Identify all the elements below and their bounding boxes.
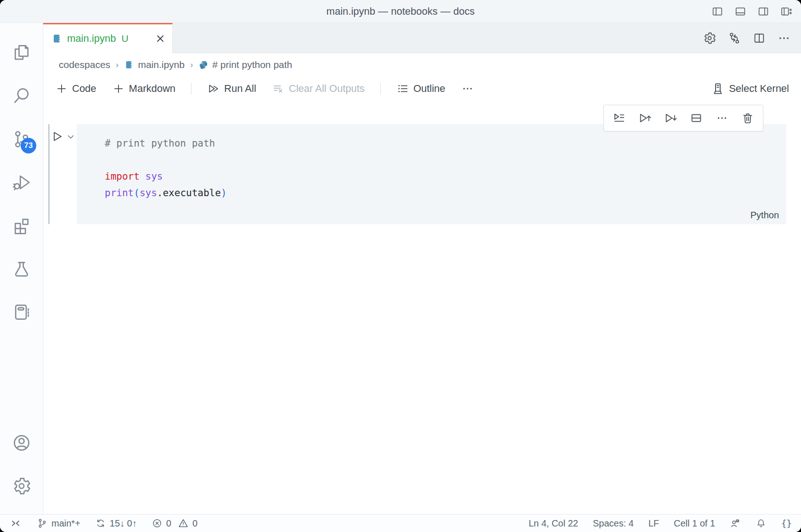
notifications-status[interactable]: [756, 518, 767, 529]
indentation-setting[interactable]: Spaces: 4: [593, 518, 634, 529]
code-token: .executable: [157, 187, 221, 198]
code-token: sys: [140, 187, 157, 198]
ellipsis-icon: [461, 82, 474, 95]
execute-above-icon[interactable]: [638, 111, 652, 125]
run-debug-icon: [11, 172, 32, 192]
code-token: print: [105, 187, 134, 198]
modified-indicator: U: [121, 33, 128, 44]
add-markdown-cell-button[interactable]: Markdown: [112, 82, 175, 95]
sidebar-item-account[interactable]: [0, 421, 43, 464]
title-bar: main.ipynb — notebooks — docs: [0, 0, 801, 23]
status-bar: main*+ 15↓ 0↑ 0 0 Ln 4, Col 22 Spaces: 4…: [0, 514, 801, 532]
split-editor-icon[interactable]: [752, 31, 766, 45]
delete-cell-icon[interactable]: [741, 111, 755, 125]
outline-button[interactable]: Outline: [396, 82, 446, 95]
code-line[interactable]: print(sys.executable): [105, 185, 786, 201]
select-kernel-label: Select Kernel: [729, 83, 789, 95]
sidebar-item-extensions[interactable]: [0, 204, 43, 247]
error-icon: [152, 518, 163, 529]
sidebar-item-source-control[interactable]: 73: [0, 118, 43, 161]
plus-icon: [55, 82, 68, 95]
braces-indicator[interactable]: {}: [781, 518, 792, 528]
cell-run-gutter: [50, 124, 77, 224]
toggle-secondary-sidebar-icon[interactable]: [757, 5, 770, 18]
cell-position[interactable]: Cell 1 of 1: [674, 518, 715, 529]
chevron-down-icon[interactable]: [66, 132, 76, 142]
select-kernel-button[interactable]: Select Kernel: [711, 82, 789, 96]
editor-actions: [703, 23, 801, 53]
bell-icon: [756, 518, 767, 529]
run-by-line-icon[interactable]: [612, 111, 626, 125]
python-icon: [198, 60, 209, 70]
code-line[interactable]: [105, 152, 786, 168]
more-actions-icon[interactable]: [777, 31, 791, 45]
layout-controls: [711, 0, 793, 23]
toggle-panel-icon[interactable]: [734, 5, 747, 18]
cell-code-editor[interactable]: # print python path import sysprint(sys.…: [77, 124, 786, 224]
notebook-file-icon: [124, 60, 134, 70]
scm-pending-badge: 73: [21, 138, 36, 153]
breadcrumb-file-label: main.ipynb: [138, 59, 185, 70]
breadcrumb-file[interactable]: main.ipynb: [124, 59, 185, 70]
code-token: # print python path: [105, 138, 215, 149]
window-title: main.ipynb — notebooks — docs: [327, 6, 475, 17]
toggle-primary-sidebar-icon[interactable]: [711, 5, 724, 18]
add-code-cell-button[interactable]: Code: [55, 82, 96, 95]
sidebar-item-run-debug[interactable]: [0, 161, 43, 204]
code-token: [140, 171, 146, 182]
sidebar-item-search[interactable]: [0, 74, 43, 118]
tab-main-ipynb[interactable]: main.ipynb U: [43, 23, 173, 53]
chevron-right-icon: ›: [189, 60, 194, 70]
sidebar-item-explorer[interactable]: [0, 31, 43, 74]
cursor-position-label: Ln 4, Col 22: [529, 518, 578, 529]
notebook-settings-gear-icon[interactable]: [703, 31, 716, 45]
notebook-file-icon: [51, 33, 62, 44]
breadcrumb: codespaces › main.ipynb › # print python…: [43, 53, 801, 76]
remote-indicator[interactable]: [9, 517, 22, 530]
split-cell-icon[interactable]: [689, 111, 703, 125]
run-all-button[interactable]: Run All: [207, 82, 256, 95]
problems-status[interactable]: 0 0: [152, 518, 197, 529]
eol-label: LF: [649, 518, 659, 529]
customize-layout-icon[interactable]: [780, 5, 793, 18]
tab-bar: main.ipynb U: [43, 23, 801, 53]
close-icon[interactable]: [155, 33, 166, 44]
extensions-icon: [11, 215, 32, 236]
clear-outputs-label: Clear All Outputs: [289, 83, 365, 95]
eol-setting[interactable]: LF: [649, 518, 659, 529]
sync-status[interactable]: 15↓ 0↑: [95, 518, 137, 529]
git-branch-status[interactable]: main*+: [37, 518, 80, 529]
breadcrumb-symbol[interactable]: # print python path: [198, 59, 292, 70]
chevron-right-icon: ›: [115, 60, 119, 70]
cell-position-label: Cell 1 of 1: [674, 518, 715, 529]
sidebar-item-settings[interactable]: [0, 464, 43, 508]
cursor-position[interactable]: Ln 4, Col 22: [529, 518, 578, 529]
plus-icon: [112, 82, 125, 95]
add-code-label: Code: [72, 83, 96, 95]
kernel-icon: [711, 82, 725, 96]
breadcrumb-folder[interactable]: codespaces: [59, 59, 110, 70]
clear-all-outputs-button[interactable]: Clear All Outputs: [272, 82, 365, 95]
code-line[interactable]: # print python path: [105, 135, 786, 152]
add-markdown-label: Markdown: [129, 83, 175, 95]
clear-outputs-icon: [272, 82, 285, 95]
sidebar-item-testing[interactable]: [0, 247, 43, 290]
sync-label: 15↓ 0↑: [110, 518, 137, 529]
run-all-label: Run All: [224, 83, 256, 95]
code-token: (: [134, 187, 140, 198]
toolbar-separator: [380, 83, 381, 95]
cell-more-icon[interactable]: [715, 111, 729, 125]
activity-bar: 73: [0, 23, 43, 514]
cell-language-picker[interactable]: Python: [750, 210, 779, 221]
code-token: ): [221, 187, 227, 198]
feedback-status[interactable]: [730, 518, 741, 529]
code-line[interactable]: import sys: [105, 168, 786, 185]
indentation-label: Spaces: 4: [593, 518, 634, 529]
sidebar-item-notebook[interactable]: [0, 290, 43, 334]
open-changes-icon[interactable]: [728, 31, 741, 45]
run-cell-icon[interactable]: [51, 130, 64, 143]
toolbar-more-button[interactable]: [461, 82, 474, 95]
warning-count: 0: [192, 518, 197, 529]
feedback-person-icon: [730, 518, 741, 529]
execute-below-icon[interactable]: [664, 111, 677, 125]
